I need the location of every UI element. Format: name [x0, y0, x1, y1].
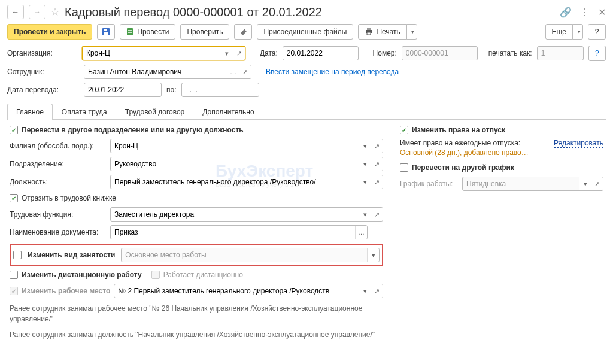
checkbox-workplace-label: Изменить рабочее место: [22, 287, 110, 295]
doc-name-input[interactable]: …: [110, 225, 368, 239]
close-icon[interactable]: ✕: [598, 7, 606, 18]
previous-position-text: Ранее сотрудник занимал должность "Начал…: [10, 329, 383, 340]
labor-function-input[interactable]: ▾↗: [110, 207, 383, 222]
schedule-input: ▾↗: [462, 177, 603, 191]
forward-button[interactable]: →: [29, 5, 45, 19]
svg-rect-1: [104, 29, 107, 31]
hint-button[interactable]: ?: [588, 46, 606, 61]
checkbox-schedule[interactable]: [400, 163, 408, 172]
kebab-menu-icon[interactable]: ⋮: [580, 7, 590, 18]
date-label: Дата:: [260, 49, 278, 57]
checkbox-vacation-rights[interactable]: [400, 126, 408, 134]
date-input[interactable]: 📅: [283, 46, 359, 60]
attach-icon-button[interactable]: [234, 24, 252, 40]
number-input: [402, 46, 478, 60]
post-and-close-button[interactable]: Провести и закрыть: [7, 24, 92, 40]
page-title: Кадровый перевод 0000-000001 от 20.01.20…: [65, 5, 322, 19]
check-button[interactable]: Проверить: [180, 24, 229, 40]
works-remotely-label: Работает дистанционно: [163, 271, 243, 279]
checkbox-transfer-dept-label: Перевести в другое подразделение или на …: [22, 126, 244, 134]
checkbox-workbook[interactable]: [10, 194, 18, 202]
transfer-date-label: Дата перевода:: [7, 86, 79, 94]
svg-rect-5: [367, 28, 371, 30]
checkbox-vacation-rights-label: Изменить права на отпуск: [412, 126, 505, 134]
schedule-label: График работы:: [400, 180, 457, 188]
number-label: Номер:: [373, 49, 397, 57]
enter-substitution-link[interactable]: Ввести замещение на период перевода: [266, 68, 399, 76]
employee-label: Сотрудник:: [7, 68, 79, 76]
checkbox-remote-work[interactable]: [10, 271, 18, 279]
open-ref-icon[interactable]: ↗: [239, 65, 251, 78]
labor-function-label: Трудовая функция:: [10, 210, 105, 219]
checkbox-transfer-dept[interactable]: [10, 126, 18, 134]
branch-input[interactable]: ▾↗: [110, 139, 383, 153]
back-button[interactable]: ←: [7, 5, 24, 19]
branch-label: Филиал (обособл. подр.):: [10, 142, 105, 150]
post-button[interactable]: Провести: [120, 24, 175, 40]
department-label: Подразделение:: [10, 160, 105, 168]
svg-rect-6: [367, 32, 371, 35]
svg-rect-2: [104, 32, 108, 35]
checkbox-workplace: [10, 287, 18, 295]
attached-files-button[interactable]: Присоединенные файлы: [257, 24, 353, 40]
help-button[interactable]: ?: [588, 24, 606, 40]
department-input[interactable]: ▾↗: [110, 157, 383, 171]
tab-additional[interactable]: Дополнительно: [193, 104, 263, 120]
employment-type-input: ▾: [121, 248, 380, 262]
workplace-input[interactable]: ▾↗: [114, 284, 383, 298]
checkbox-remote-work-label: Изменить дистанционную работу: [22, 271, 142, 279]
checkbox-employment-type-label: Изменить вид занятости: [28, 251, 115, 259]
employment-type-highlight: Изменить вид занятости ▾: [10, 244, 383, 266]
vacation-rights-value: Основной (28 дн.), добавлено право…: [400, 148, 548, 158]
employee-input[interactable]: … ↗: [84, 65, 251, 79]
save-button[interactable]: [97, 24, 115, 40]
checkbox-works-remotely: [151, 271, 160, 279]
chevron-down-icon[interactable]: ▾: [221, 47, 233, 60]
transfer-date-input[interactable]: 📅: [84, 83, 162, 97]
tab-contract[interactable]: Трудовой договор: [116, 104, 193, 120]
open-ref-icon[interactable]: ↗: [233, 47, 245, 60]
vacation-rights-label: Имеет право на ежегодные отпуска:: [400, 139, 548, 148]
tab-payment[interactable]: Оплата труда: [53, 104, 116, 120]
more-button[interactable]: Еще ▾: [545, 24, 583, 40]
print-as-label: печатать как:: [488, 49, 532, 57]
position-input[interactable]: ▾↗: [110, 175, 383, 189]
link-icon[interactable]: 🔗: [560, 7, 572, 18]
to-date-label: по:: [166, 86, 177, 94]
favorite-star-icon[interactable]: ☆: [50, 5, 60, 19]
checkbox-employment-type[interactable]: [13, 251, 22, 259]
organization-input[interactable]: ▾ ↗: [82, 46, 245, 60]
previous-workplace-text: Ранее сотрудник занимал рабочее место "№…: [10, 303, 383, 324]
checkbox-schedule-label: Перевести на другой график: [412, 163, 514, 172]
organization-label: Организация:: [7, 49, 77, 57]
checkbox-workbook-label: Отразить в трудовой книжке: [22, 194, 116, 202]
tab-main[interactable]: Главное: [7, 104, 53, 120]
position-label: Должность:: [10, 178, 105, 186]
print-button[interactable]: Печать ▾: [358, 24, 417, 40]
to-date-input[interactable]: 📅: [181, 83, 259, 97]
svg-rect-3: [127, 28, 133, 35]
edit-vacation-link[interactable]: Редактировать: [554, 139, 603, 148]
ellipsis-icon[interactable]: …: [227, 65, 239, 78]
print-as-input[interactable]: [537, 46, 584, 60]
doc-name-label: Наименование документа:: [10, 228, 105, 236]
